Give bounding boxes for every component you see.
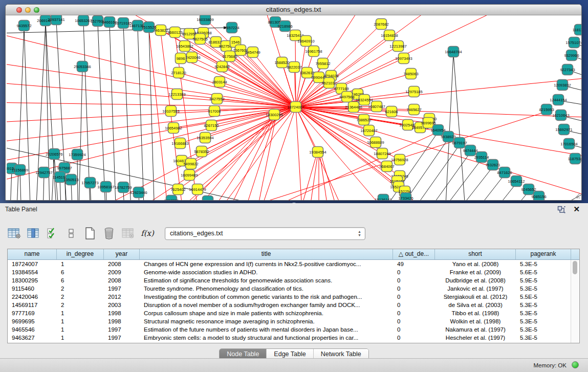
graph-node[interactable]: 15736485: [199, 196, 216, 201]
graph-node[interactable]: 16210643: [552, 110, 569, 121]
table-body[interactable]: 1872400712008Changes of HCN gene express…: [8, 260, 579, 342]
graph-node[interactable]: 10653267: [75, 15, 92, 26]
graph-node[interactable]: 10107553: [162, 106, 179, 117]
graph-node[interactable]: 19756928: [391, 155, 408, 165]
graph-node[interactable]: 16543862: [176, 41, 193, 52]
table-select-dropdown[interactable]: citations_edges.txt▲▼: [165, 227, 365, 240]
column-header-title[interactable]: title: [140, 249, 393, 259]
delete-table-button[interactable]: [102, 226, 116, 241]
graph-node[interactable]: 15751074: [565, 37, 581, 48]
graph-node[interactable]: 18807249: [374, 148, 390, 159]
graph-node[interactable]: 1187534: [568, 154, 581, 164]
graph-node[interactable]: 2803144: [212, 77, 227, 87]
graph-node[interactable]: 16033809: [197, 15, 213, 25]
graph-node[interactable]: 25053346: [74, 61, 91, 72]
graph-node[interactable]: 17957273: [81, 178, 98, 188]
import-table-disabled-button[interactable]: [121, 226, 135, 241]
graph-node[interactable]: 19384554: [309, 147, 326, 158]
table-scrollbar[interactable]: [571, 260, 579, 343]
graph-node[interactable]: 16154838: [381, 30, 398, 41]
graph-node[interactable]: 2935114: [474, 152, 489, 163]
graph-node[interactable]: 8267150: [204, 120, 219, 131]
function-builder-button[interactable]: f(x): [140, 226, 154, 241]
graph-node[interactable]: 8427552: [209, 94, 224, 104]
graph-node[interactable]: 17359924: [69, 149, 85, 160]
graph-node[interactable]: 1350513: [63, 174, 78, 185]
graph-node[interactable]: 8215953: [539, 104, 554, 115]
graph-node[interactable]: 9684067: [379, 161, 394, 172]
graph-node[interactable]: 7625402: [170, 184, 185, 195]
graph-node[interactable]: 2087682: [374, 19, 388, 30]
graph-node[interactable]: 2718120: [171, 68, 186, 78]
graph-node[interactable]: 12923446: [130, 187, 147, 198]
graph-node[interactable]: 10654112: [508, 176, 525, 187]
graph-node[interactable]: 10688609: [367, 137, 384, 148]
graph-node[interactable]: 16914479: [189, 184, 206, 195]
graph-node[interactable]: 7515526: [141, 22, 156, 33]
float-panel-icon[interactable]: [557, 206, 565, 213]
column-header-pagerank[interactable]: pagerank: [516, 249, 571, 259]
graph-node[interactable]: 16353594: [197, 133, 213, 143]
graph-node[interactable]: 7632621: [485, 160, 500, 170]
graph-node[interactable]: 9896: [176, 53, 186, 64]
column-header-in_degree[interactable]: in_degree: [57, 249, 104, 259]
graph-node[interactable]: 5878352: [194, 146, 209, 157]
graph-node[interactable]: 12444154: [550, 95, 567, 105]
select-rows-button[interactable]: [45, 226, 59, 241]
resize-grip-icon[interactable]: [573, 192, 580, 199]
graph-node[interactable]: 16648784: [445, 47, 462, 57]
graph-node[interactable]: 9474444: [463, 145, 477, 156]
graph-node[interactable]: 7465627: [406, 104, 421, 115]
graph-node[interactable]: 9827505: [192, 34, 207, 45]
graph-node[interactable]: 8471626: [497, 167, 512, 178]
new-table-button[interactable]: [83, 226, 97, 241]
table-row[interactable]: 969969511998Structural magnetic resonanc…: [8, 317, 579, 325]
graph-node[interactable]: 5499822: [183, 159, 198, 169]
graph-node[interactable]: 7485063: [403, 69, 418, 79]
graph-node[interactable]: 8660123: [167, 27, 182, 38]
graph-node[interactable]: 15136141: [375, 194, 391, 201]
graph-node[interactable]: 7955812: [315, 58, 330, 69]
column-header-short[interactable]: short: [435, 249, 516, 259]
window-titlebar[interactable]: citations_edges.txt: [6, 5, 581, 15]
graph-node[interactable]: 10973493: [395, 53, 412, 64]
column-select-button[interactable]: [26, 226, 40, 241]
graph-node[interactable]: 16782759: [115, 182, 132, 193]
row-height-button[interactable]: [64, 226, 78, 241]
table-row[interactable]: 977716911998Corpus callosum shape and si…: [8, 309, 579, 317]
graph-node[interactable]: 9085156: [531, 191, 546, 201]
table-settings-button[interactable]: [7, 226, 21, 241]
graph-node[interactable]: 7857224: [224, 23, 239, 33]
graph-node[interactable]: 10958167: [97, 182, 114, 192]
graph-node[interactable]: 8454749: [245, 47, 260, 58]
graph-node[interactable]: 9175685: [222, 51, 237, 62]
graph-node[interactable]: 10654982: [165, 123, 182, 134]
graph-node[interactable]: 9218986: [277, 21, 292, 32]
table-row[interactable]: 946362711997Embryonic stem cells: a mode…: [8, 334, 579, 342]
graph-node[interactable]: 7386522: [356, 115, 371, 125]
scrollbar-thumb[interactable]: [573, 261, 577, 274]
table-row[interactable]: 1456911722003Disruption of a novel membe…: [8, 301, 579, 309]
table-row[interactable]: 1830029562008Estimation of significance …: [8, 276, 579, 285]
network-canvas[interactable]: 1872400718300295193845547463822866012389…: [7, 15, 581, 200]
graph-node[interactable]: 16961758: [305, 46, 322, 57]
table-row[interactable]: 911546021997Tourette syndrome. Phenomeno…: [8, 285, 579, 293]
column-header-year[interactable]: year: [104, 249, 140, 259]
table-header-row[interactable]: namein_degreeyeartitle△ out_de...shortpa…: [8, 249, 579, 260]
graph-node[interactable]: 621606: [385, 106, 398, 117]
graph-node[interactable]: 917008: [208, 106, 221, 117]
network-view-window[interactable]: citations_edges.txt 18724007183002951938…: [5, 4, 582, 201]
graph-node[interactable]: 1733426: [398, 193, 413, 201]
dropdown-stepper-icon[interactable]: ▲▼: [357, 229, 362, 238]
graph-node[interactable]: 15692971: [555, 124, 572, 135]
close-panel-icon[interactable]: ✕: [573, 205, 580, 214]
graph-node[interactable]: 9227343: [560, 64, 575, 75]
node-table[interactable]: namein_degreeyeartitle△ out_de...shortpa…: [7, 249, 580, 343]
table-row[interactable]: 1872400712008Changes of HCN gene express…: [8, 260, 579, 268]
graph-node[interactable]: 9435572: [16, 20, 31, 31]
table-row[interactable]: 2242004622012Investigating the contribut…: [8, 293, 579, 301]
graph-node[interactable]: 16720407: [360, 125, 377, 136]
column-header-out_de[interactable]: △ out_de...: [393, 249, 435, 259]
graph-node[interactable]: 9329966: [564, 50, 579, 61]
graph-node[interactable]: 17016504: [560, 139, 577, 149]
